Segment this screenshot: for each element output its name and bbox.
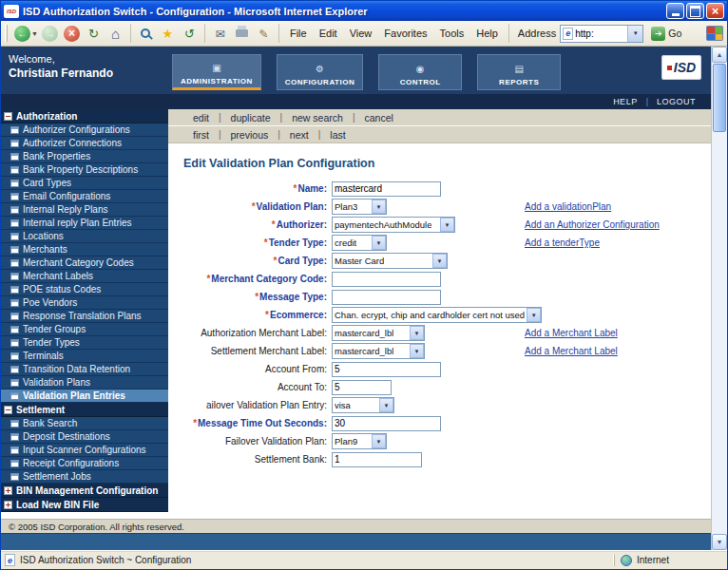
ecommerce-select[interactable]: Chan. ecrypt, chip and cardholder cert n… — [332, 307, 542, 323]
print-button[interactable] — [232, 23, 252, 44]
sidebar-item-tender-types[interactable]: Tender Types — [1, 336, 168, 350]
minimize-button[interactable] — [666, 3, 684, 19]
mail-button[interactable] — [210, 23, 230, 44]
sidebar-item-settlement-jobs[interactable]: Settlement Jobs — [1, 470, 168, 484]
home-button[interactable] — [105, 23, 125, 44]
add-a-merchant-label-link[interactable]: Add a Merchant Label — [525, 346, 618, 356]
favorites-button[interactable] — [158, 23, 178, 44]
add-a-tendertype-link[interactable]: Add a tenderType — [525, 238, 600, 248]
menu-favorites[interactable]: Favorites — [378, 26, 432, 41]
sidebar-item-poe-vendors[interactable]: Poe Vendors — [1, 296, 168, 310]
sidebar-item-validation-plans[interactable]: Validation Plans — [1, 376, 168, 390]
expand-icon[interactable] — [4, 501, 12, 509]
scrollbar-track[interactable] — [712, 133, 727, 534]
sidebar-item-internal-reply-plan-entries[interactable]: Internal reply Plan Entries — [1, 217, 168, 230]
tab-administration[interactable]: ADMINISTRATION — [172, 54, 261, 90]
back-button[interactable] — [12, 23, 32, 44]
account-to-input[interactable] — [332, 380, 392, 395]
sidebar-item-authorizer-configurations[interactable]: Authorizer Configurations — [1, 124, 168, 137]
add-a-merchant-label-link[interactable]: Add a Merchant Label — [525, 328, 618, 338]
settlement-merchant-label-select[interactable]: mastercard_lbl — [332, 343, 425, 359]
maximize-button[interactable] — [686, 3, 704, 19]
separator: | — [353, 112, 355, 123]
sidebar-item-merchants[interactable]: Merchants — [1, 243, 168, 256]
merchant-category-code-input[interactable] — [332, 272, 441, 287]
expand-icon[interactable] — [4, 486, 12, 495]
go-button[interactable]: Go — [647, 26, 685, 42]
sidebar-item-email-configurations[interactable]: Email Configurations — [1, 190, 168, 203]
last-button[interactable]: last — [330, 129, 345, 141]
sidebar-item-bank-properties[interactable]: Bank Properties — [1, 150, 168, 163]
sidebar-item-tender-groups[interactable]: Tender Groups — [1, 323, 168, 336]
history-button[interactable] — [180, 23, 200, 44]
message-type-input[interactable] — [332, 290, 441, 305]
failover-validation-plan-select[interactable]: Plan9 — [332, 433, 387, 449]
message-time-out-seconds-input[interactable] — [332, 416, 441, 431]
menu-file[interactable]: File — [284, 26, 313, 41]
address-dropdown-icon[interactable] — [627, 26, 642, 42]
tab-control[interactable]: CONTROL — [378, 54, 462, 90]
refresh-button[interactable] — [84, 23, 104, 44]
sidebar-item-internal-reply-plans[interactable]: Internal Reply Plans — [1, 203, 168, 217]
sidebar-item-locations[interactable]: Locations — [1, 230, 168, 243]
address-input[interactable] — [575, 28, 627, 39]
add-a-validationplan-link[interactable]: Add a validationPlan — [525, 201, 611, 212]
ailover-validation-plan-entry-select[interactable]: visa — [332, 397, 394, 413]
previous-button[interactable]: previous — [231, 129, 269, 141]
new-search-button[interactable]: new search — [292, 112, 343, 124]
collapse-icon[interactable] — [4, 406, 12, 414]
duplicate-button[interactable]: duplicate — [231, 112, 271, 124]
sidebar-item-merchant-category-codes[interactable]: Merchant Category Codes — [1, 256, 168, 270]
tab-configuration[interactable]: CONFIGURATION — [277, 54, 363, 90]
menu-tools[interactable]: Tools — [434, 26, 470, 41]
close-button[interactable] — [706, 3, 724, 19]
validation-plan-select[interactable]: Plan3 — [332, 199, 387, 215]
sidebar-section-settlement[interactable]: Settlement — [1, 403, 168, 417]
sidebar-section-bin-management-configuration[interactable]: BIN Management Configuration — [1, 484, 168, 498]
dropdown-arrow-icon — [527, 308, 541, 322]
menu-help[interactable]: Help — [470, 26, 504, 41]
sidebar-item-authorizer-connections[interactable]: Authorizer Connections — [1, 137, 168, 150]
sidebar-item-receipt-configurations[interactable]: Receipt Configurations — [1, 457, 168, 470]
sidebar-section-load-new-bin-file[interactable]: Load New BIN File — [1, 498, 168, 512]
name-input[interactable] — [332, 181, 441, 197]
back-dropdown-icon[interactable]: ▼ — [31, 30, 38, 37]
stop-button[interactable] — [62, 23, 82, 44]
authorization-merchant-label-select[interactable]: mastercard_lbl — [332, 325, 425, 341]
scroll-down-button[interactable] — [712, 534, 727, 550]
vertical-scrollbar[interactable] — [711, 47, 727, 550]
sidebar-item-transition-data-retention[interactable]: Transition Data Retention — [1, 363, 168, 376]
sidebar-section-authorization[interactable]: Authorization — [1, 109, 168, 124]
sidebar-item-merchant-labels[interactable]: Merchant Labels — [1, 270, 168, 283]
scroll-up-button[interactable] — [712, 47, 727, 63]
sidebar-item-validation-plan-entries[interactable]: Validation Plan Entries — [1, 390, 168, 403]
card-type-select[interactable]: Master Card — [332, 253, 448, 269]
search-button[interactable] — [136, 23, 156, 44]
tender-type-select[interactable]: credit — [332, 235, 387, 251]
logout-link[interactable]: LOGOUT — [657, 97, 696, 106]
cancel-button[interactable]: cancel — [365, 112, 393, 124]
sidebar-item-poe-status-codes[interactable]: POE status Codes — [1, 283, 168, 296]
tab-reports[interactable]: REPORTS — [477, 54, 561, 90]
sidebar-item-deposit-destinations[interactable]: Deposit Destinations — [1, 430, 168, 444]
sidebar-item-bank-search[interactable]: Bank Search — [1, 417, 168, 430]
next-button[interactable]: next — [290, 129, 309, 141]
first-button[interactable]: first — [193, 129, 209, 141]
sidebar-item-input-scanner-configurations[interactable]: Input Scanner Configurations — [1, 444, 168, 457]
collapse-icon[interactable] — [4, 112, 12, 121]
sidebar-item-bank-property-descriptions[interactable]: Bank Property Descriptions — [1, 163, 168, 177]
settlement-bank-input[interactable] — [332, 452, 422, 467]
edit-button[interactable]: edit — [193, 112, 209, 124]
menu-edit[interactable]: Edit — [314, 26, 343, 41]
scrollbar-thumb[interactable] — [713, 64, 726, 132]
help-link[interactable]: HELP — [613, 97, 638, 106]
forward-button[interactable] — [40, 23, 60, 44]
edit-button[interactable] — [254, 23, 274, 44]
menu-view[interactable]: View — [344, 26, 378, 41]
account-from-input[interactable] — [332, 362, 441, 377]
sidebar-item-terminals[interactable]: Terminals — [1, 350, 168, 363]
sidebar-item-card-types[interactable]: Card Types — [1, 177, 168, 190]
authorizer-select[interactable]: paymentechAuthModule — [332, 217, 455, 233]
sidebar-item-response-translation-plans[interactable]: Response Translation Plans — [1, 310, 168, 323]
add-an-authorizer-configuration-link[interactable]: Add an Authorizer Configuration — [525, 219, 660, 230]
